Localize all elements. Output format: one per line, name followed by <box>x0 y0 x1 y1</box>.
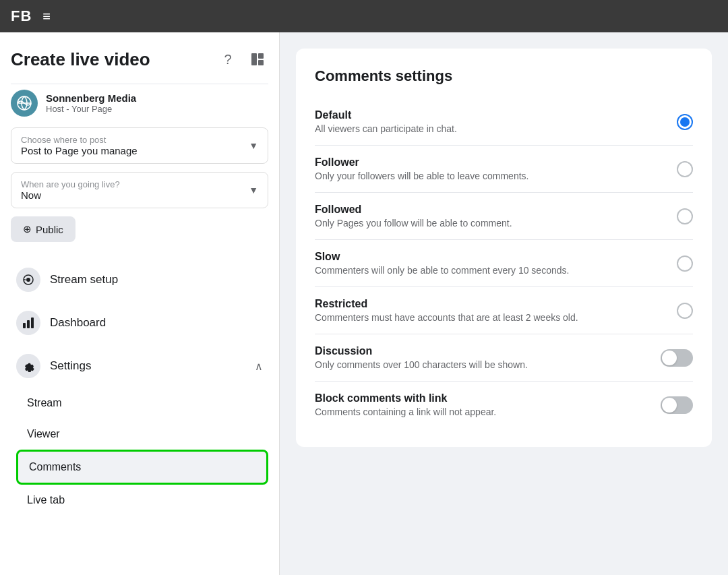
option-followed-desc: Only Pages you follow will be able to co… <box>315 218 512 229</box>
subnav-item-live-tab[interactable]: Live tab <box>16 485 268 516</box>
stream-setup-icon <box>16 268 40 292</box>
sidebar-item-dashboard[interactable]: Dashboard <box>11 301 268 344</box>
subnav-item-stream[interactable]: Stream <box>16 388 268 419</box>
main-layout: Create live video ? <box>0 32 728 575</box>
radio-followed[interactable] <box>677 208 693 224</box>
option-default: Default All viewers can participate in c… <box>315 98 693 146</box>
comments-card: Comments settings Default All viewers ca… <box>296 49 712 447</box>
option-slow-desc: Commenters will only be able to comment … <box>315 265 569 276</box>
profile-info: Sonnenberg Media Host - Your Page <box>46 92 136 114</box>
time-dropdown-arrow: ▼ <box>249 185 258 195</box>
help-icon[interactable]: ? <box>217 49 239 70</box>
option-restricted-desc: Commenters must have accounts that are a… <box>315 312 578 323</box>
option-block-desc: Comments containing a link will not appe… <box>315 406 496 417</box>
settings-subnav: Stream Viewer Comments Live tab <box>11 388 268 516</box>
radio-default[interactable] <box>677 114 693 130</box>
profile-section: Sonnenberg Media Host - Your Page <box>11 90 268 117</box>
svg-point-6 <box>26 278 30 282</box>
option-slow: Slow Commenters will only be able to com… <box>315 240 693 287</box>
subnav-comments-label: Comments <box>29 461 81 473</box>
subnav-live-tab-label: Live tab <box>27 494 65 506</box>
sidebar: Create live video ? <box>0 32 280 575</box>
content-area: Comments settings Default All viewers ca… <box>280 32 728 575</box>
radio-follower[interactable] <box>677 161 693 177</box>
option-followed-title: Followed <box>315 204 512 216</box>
post-dropdown-value: Post to Page you manage <box>21 145 138 156</box>
option-restricted: Restricted Commenters must have accounts… <box>315 287 693 334</box>
subnav-item-viewer[interactable]: Viewer <box>16 419 268 450</box>
public-button[interactable]: ⊕ Public <box>11 216 75 242</box>
subnav-item-comments[interactable]: Comments <box>16 450 268 485</box>
post-dropdown[interactable]: Choose where to post Post to Page you ma… <box>11 127 268 164</box>
public-label: Public <box>36 224 63 235</box>
time-dropdown-label: When are you going live? <box>21 179 120 189</box>
dashboard-label: Dashboard <box>50 316 263 330</box>
option-discussion-desc: Only comments over 100 characters will b… <box>315 359 528 370</box>
panel-icon[interactable] <box>247 49 268 70</box>
option-block-title: Block comments with link <box>315 392 496 404</box>
option-block-comments-link: Block comments with link Comments contai… <box>315 382 693 428</box>
option-followed: Followed Only Pages you follow will be a… <box>315 193 693 240</box>
option-restricted-title: Restricted <box>315 298 578 310</box>
sidebar-header: Create live video ? <box>11 49 268 70</box>
time-dropdown-value: Now <box>21 189 120 201</box>
fb-logo: FB <box>11 7 32 25</box>
card-title: Comments settings <box>315 67 693 85</box>
post-dropdown-arrow: ▼ <box>249 140 258 151</box>
menu-icon[interactable]: ≡ <box>42 9 51 24</box>
option-follower: Follower Only your followers will be abl… <box>315 146 693 193</box>
sidebar-item-stream-setup[interactable]: Stream setup <box>11 258 268 301</box>
svg-rect-10 <box>31 317 34 328</box>
sidebar-item-settings[interactable]: Settings ∧ <box>11 344 268 388</box>
option-default-title: Default <box>315 109 457 121</box>
subnav-stream-label: Stream <box>27 397 62 408</box>
page-title: Create live video <box>11 49 150 70</box>
option-slow-title: Slow <box>315 251 569 263</box>
radio-restricted[interactable] <box>677 303 693 319</box>
svg-rect-7 <box>24 279 26 280</box>
settings-chevron: ∧ <box>255 360 263 373</box>
post-dropdown-label: Choose where to post <box>21 135 138 145</box>
profile-role: Host - Your Page <box>46 104 136 114</box>
option-default-desc: All viewers can participate in chat. <box>315 123 457 134</box>
option-discussion-title: Discussion <box>315 345 528 357</box>
option-follower-desc: Only your followers will be able to leav… <box>315 171 528 181</box>
toggle-discussion[interactable] <box>661 349 693 367</box>
svg-rect-9 <box>27 320 30 328</box>
subnav-viewer-label: Viewer <box>27 428 60 440</box>
time-dropdown[interactable]: When are you going live? Now ▼ <box>11 172 268 208</box>
header-icons: ? <box>217 49 268 70</box>
option-discussion: Discussion Only comments over 100 charac… <box>315 334 693 382</box>
radio-slow[interactable] <box>677 255 693 272</box>
stream-setup-label: Stream setup <box>50 273 263 286</box>
header-divider <box>11 84 268 84</box>
svg-rect-0 <box>251 53 257 65</box>
topbar: FB ≡ <box>0 0 728 32</box>
avatar <box>11 90 38 117</box>
option-follower-title: Follower <box>315 156 528 169</box>
toggle-block-comments[interactable] <box>661 396 693 414</box>
settings-icon <box>16 354 40 378</box>
svg-rect-1 <box>258 53 264 59</box>
profile-name: Sonnenberg Media <box>46 92 136 104</box>
public-icon: ⊕ <box>23 223 32 235</box>
svg-rect-8 <box>23 323 26 328</box>
dashboard-icon <box>16 311 40 335</box>
settings-label: Settings <box>50 359 245 373</box>
svg-rect-2 <box>258 60 264 65</box>
